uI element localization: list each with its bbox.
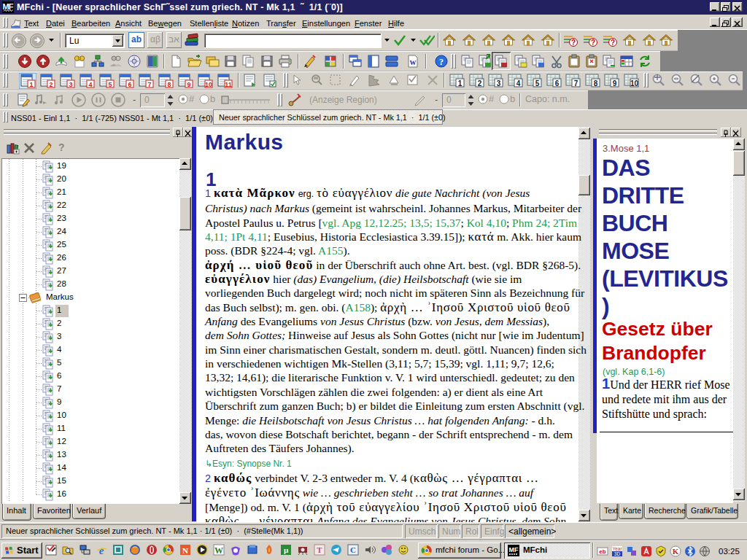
svg-text:5: 5 <box>108 81 112 88</box>
svg-text:6: 6 <box>554 79 559 88</box>
svg-text:C: C <box>350 545 356 554</box>
svg-text:10: 10 <box>630 79 638 88</box>
svg-text:MF: MF <box>3 2 14 11</box>
svg-text:11: 11 <box>225 81 232 88</box>
svg-text:8: 8 <box>593 79 597 88</box>
svg-text:7: 7 <box>147 81 151 88</box>
svg-text:K: K <box>673 547 679 556</box>
svg-text:1: 1 <box>458 79 462 88</box>
svg-text:eb: eb <box>599 548 605 555</box>
svg-text:7: 7 <box>574 79 578 88</box>
svg-text:3D: 3D <box>614 551 621 556</box>
svg-text:4: 4 <box>516 79 520 88</box>
svg-text:MF: MF <box>509 546 519 553</box>
svg-text:T: T <box>317 545 322 554</box>
svg-text:4: 4 <box>88 81 92 88</box>
svg-text:?: ? <box>591 39 595 47</box>
svg-text:1: 1 <box>29 81 33 88</box>
svg-text:2: 2 <box>49 81 53 88</box>
svg-text:3: 3 <box>497 79 501 88</box>
svg-text:10: 10 <box>205 81 212 88</box>
svg-text:?: ? <box>611 39 615 47</box>
svg-text:N: N <box>182 546 188 555</box>
svg-text:Year: Year <box>612 546 622 551</box>
svg-text:2: 2 <box>477 79 481 88</box>
svg-text:6: 6 <box>128 81 131 88</box>
svg-text:5: 5 <box>535 79 540 88</box>
svg-text:μ: μ <box>284 545 289 554</box>
svg-text:?: ? <box>439 57 444 67</box>
svg-text:9: 9 <box>613 79 617 88</box>
svg-text:?: ? <box>571 39 576 47</box>
svg-text:8: 8 <box>167 81 171 88</box>
svg-text:W: W <box>214 545 223 556</box>
svg-text:W: W <box>410 59 417 66</box>
svg-text:3: 3 <box>69 81 72 88</box>
svg-text:e: e <box>99 545 104 556</box>
svg-text:9: 9 <box>187 81 190 88</box>
